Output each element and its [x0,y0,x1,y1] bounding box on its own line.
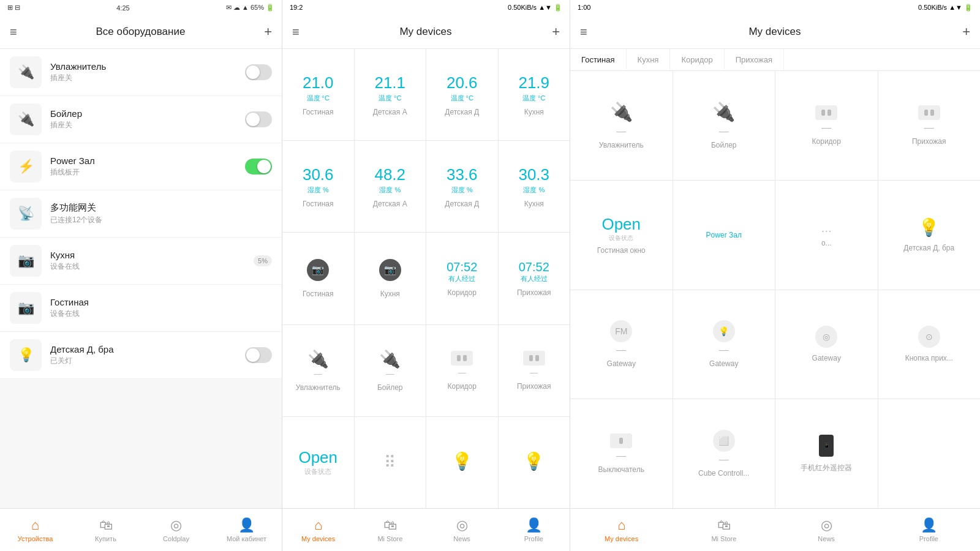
humidity-value: 48.2 [374,165,405,184]
device-item[interactable]: ⚡ Power Зал 插线板开 [0,143,282,190]
toggle-humidifier[interactable] [245,64,272,80]
device-item[interactable]: 💡 Детская Д, бра 已关灯 [0,332,282,379]
switch-icon [918,105,940,120]
gateway-speaker-icon: ◎ [815,326,837,348]
shop-icon: 🛍 [383,517,397,533]
nav-item-mi-store-3[interactable]: 🛍 Mi Store [673,509,775,551]
nav-item-buy[interactable]: 🛍 Купить [70,509,141,551]
p3-cell-remote[interactable]: 📱 手机红外遥控器 [775,399,878,508]
device-sub: 已连接12个设备 [50,215,272,225]
powerstrip-icon: ⠿ [384,453,396,472]
plug-dash: — [719,126,729,137]
grid-cell[interactable]: 21.0 温度 °C Гостиная [282,49,354,140]
nav-label-my-devices: My devices [301,535,335,542]
p3-cell-cube[interactable]: ⬜ — Cube Controll... [673,399,775,508]
nav-item-news[interactable]: ◎ News [426,509,498,551]
toggle-power[interactable] [245,159,272,174]
p3-cell-gateway1[interactable]: FM — Gateway [570,290,673,399]
nav-item-mi-store[interactable]: 🛍 Mi Store [354,509,426,551]
grid-cell[interactable]: 33.6 湿度 % Детская Д [426,141,498,232]
device-name: Гостиная [50,297,272,307]
nav-item-devices[interactable]: ⌂ Устройства [0,509,70,551]
device-name: Увлажнитель [50,61,236,72]
toggle-bulb[interactable] [245,347,272,363]
nav-item-profile-3[interactable]: 👤 Profile [878,509,980,551]
p3-cell-gateway2[interactable]: 💡 — Gateway [673,290,775,399]
bottom-nav-1: ⌂ Устройства 🛍 Купить ◎ Coldplay 👤 Мой к… [0,508,282,551]
plug-dash: — [314,369,322,378]
p3-cell-knopka[interactable]: ⊙ Кнопка прих... [878,290,981,399]
room-tab-koridor[interactable]: Коридор [670,49,724,70]
grid-cell-camera[interactable]: 📷 Кухня [355,233,426,324]
grid-cell-wall[interactable]: — Коридор [426,325,498,416]
device-item[interactable]: 🔌 Увлажнитель 插座关 [0,49,282,96]
p2-menu-icon[interactable]: ≡ [292,25,300,39]
cell-label: Gateway [812,354,841,362]
motion-time: 07:52 [447,260,477,274]
p3-cell-powerstrip[interactable]: Power Зал [673,181,775,290]
nav-item-my-devices[interactable]: ⌂ My devices [282,509,354,551]
nav-item-coldplay[interactable]: ◎ Coldplay [141,509,211,551]
p3-cell-open[interactable]: Open 设备状态 Гостиная окно [570,181,673,290]
compass-icon: ◎ [170,517,182,533]
gateway-light-icon: 💡 [713,320,735,342]
grid-cell[interactable]: 21.9 温度 °C Кухня [499,49,570,140]
grid-cell[interactable]: 21.1 温度 °C Детская А [355,49,426,140]
grid-cell[interactable]: 20.6 温度 °C Детская Д [426,49,498,140]
nav-item-news-3[interactable]: ◎ News [775,509,878,551]
p3-cell-switch1[interactable]: — Коридор [775,71,878,180]
cell-label: Коридор [448,288,477,297]
room-tab-kukhnya[interactable]: Кухня [627,49,671,70]
device-item[interactable]: 🔌 Бойлер 插座关 [0,96,282,143]
grid-cell[interactable]: 30.3 湿度 % Кухня [499,141,570,232]
p3-cell-switch2[interactable]: — Прихожая [878,71,981,180]
header-2: ≡ My devices + [282,15,570,49]
p3-cell-ellipsis[interactable]: … о... [775,181,878,290]
device-item[interactable]: 📷 Гостиная 设备在线 [0,285,282,332]
grid-cell-plug[interactable]: 🔌 — Увлажнитель [282,325,354,416]
remote-icon: 📱 [819,435,834,457]
open-sub: 设备状态 [609,234,633,242]
device-icon-living: 📷 [10,292,42,324]
grid-cell-bulb-pink[interactable]: 💡 [426,417,498,508]
device-item[interactable]: 📷 Кухня 设备在线 5% [0,238,282,285]
grid-cell-wall[interactable]: — Прихожая [499,325,570,416]
grid-cell-powerstrip[interactable]: ⠿ [355,417,426,508]
p2-add-button[interactable]: + [552,24,560,40]
toggle-boiler[interactable] [245,111,272,127]
shop-icon: 🛍 [717,517,731,533]
nav-label-mi-store-3: Mi Store [711,535,736,542]
p3-cell-plug1[interactable]: 🔌 — Увлажнитель [570,71,673,180]
device-info: Power Зал 插线板开 [50,156,236,178]
grid-cell-camera[interactable]: 📷 Гостиная [282,233,354,324]
gateway-dash: — [616,345,626,356]
motion-sub: 有人经过 [448,274,475,283]
nav-item-profile[interactable]: 👤 Profile [498,509,570,551]
device-sub: 插线板开 [50,167,236,178]
nav-item-my-devices-3[interactable]: ⌂ My devices [570,509,673,551]
grid-cell-open[interactable]: Open 设备状态 [282,417,354,508]
room-tab-gostinaya[interactable]: Гостиная [570,49,627,70]
p3-add-button[interactable]: + [962,24,970,40]
grid-cell-plug[interactable]: 🔌 — Бойлер [355,325,426,416]
nav-label-coldplay: Coldplay [163,535,189,542]
p3-cell-switch-single[interactable]: — Выключатель [570,399,673,508]
temp-value: 21.1 [374,73,405,92]
grid-cell-bulb-white[interactable]: 💡 [499,417,570,508]
nav-item-profile[interactable]: 👤 Мой кабинет [211,509,282,551]
home-icon: ⌂ [314,517,322,533]
p3-menu-icon[interactable]: ≡ [580,25,587,39]
p3-cell-bulb[interactable]: 💡 Детская Д, бра [878,181,981,290]
device-item[interactable]: 📡 多功能网关 已连接12个设备 [0,190,282,238]
grid-cell-motion[interactable]: 07:52 有人经过 Коридор [426,233,498,324]
p3-cell-gateway3[interactable]: ◎ Gateway [775,290,878,399]
room-tab-prikhozhnaya[interactable]: Прихожая [725,49,784,70]
menu-icon[interactable]: ≡ [10,25,17,39]
p3-cell-plug2[interactable]: 🔌 — Бойлер [673,71,775,180]
grid-cell[interactable]: 30.6 湿度 % Гостиная [282,141,354,232]
add-device-button[interactable]: + [264,24,272,40]
device-info: Бойлер 插座关 [50,108,236,130]
grid-cell-motion[interactable]: 07:52 有人经过 Прихожая [499,233,570,324]
grid-cell[interactable]: 48.2 湿度 % Детская А [355,141,426,232]
bottom-nav-2: ⌂ My devices 🛍 Mi Store ◎ News 👤 Profile [282,508,570,551]
